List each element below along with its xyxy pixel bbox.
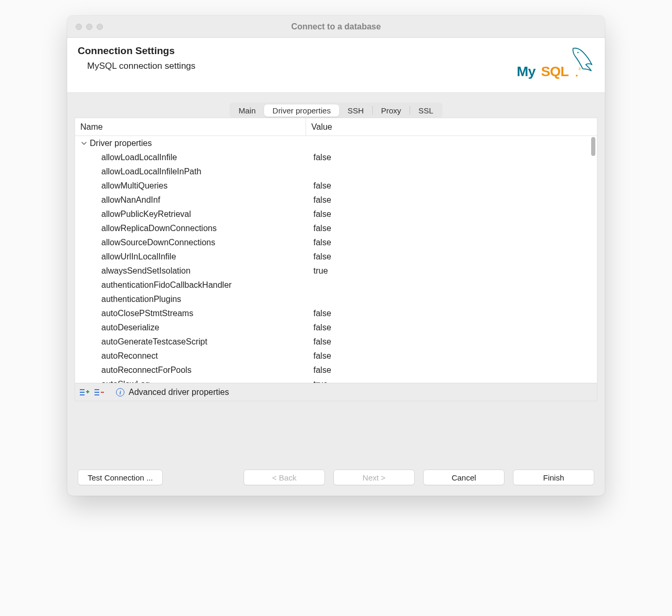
property-name: allowSourceDownConnections bbox=[80, 238, 215, 247]
property-name: autoClosePStmtStreams bbox=[80, 309, 193, 318]
tree-group-label: Driver properties bbox=[90, 139, 152, 148]
table-body[interactable]: Driver properties allowLoadLocalInfilefa… bbox=[75, 136, 597, 383]
property-name: autoGenerateTestcaseScript bbox=[80, 337, 207, 347]
property-name: allowMultiQueries bbox=[80, 181, 167, 191]
property-value[interactable]: false bbox=[306, 309, 597, 318]
column-header-value[interactable]: Value bbox=[306, 118, 597, 135]
property-value[interactable]: true bbox=[306, 266, 597, 276]
header: Connection Settings MySQL connection set… bbox=[67, 38, 605, 93]
property-row[interactable]: authenticationPlugins bbox=[75, 292, 597, 306]
property-name: authenticationFidoCallbackHandler bbox=[80, 280, 232, 290]
property-name: allowLoadLocalInfileInPath bbox=[80, 167, 201, 176]
svg-rect-6 bbox=[80, 392, 85, 393]
property-row[interactable]: allowReplicaDownConnectionsfalse bbox=[75, 221, 597, 235]
window-controls bbox=[67, 24, 103, 30]
property-name: allowPublicKeyRetrieval bbox=[80, 210, 191, 219]
back-button[interactable]: < Back bbox=[244, 469, 325, 485]
finish-button[interactable]: Finish bbox=[513, 469, 594, 485]
svg-text:®: ® bbox=[579, 67, 581, 71]
property-value[interactable]: false bbox=[306, 224, 597, 233]
svg-rect-11 bbox=[94, 392, 99, 393]
property-row[interactable]: allowPublicKeyRetrievalfalse bbox=[75, 207, 597, 221]
property-name: alwaysSendSetIsolation bbox=[80, 266, 191, 276]
page-title: Connection Settings bbox=[78, 45, 195, 57]
property-name: autoReconnectForPools bbox=[80, 366, 192, 375]
property-value[interactable]: false bbox=[306, 153, 597, 162]
property-value[interactable]: false bbox=[306, 323, 597, 332]
minimize-icon[interactable] bbox=[86, 24, 92, 30]
wizard-footer: Test Connection ... < Back Next > Cancel… bbox=[67, 459, 605, 496]
property-name: autoDeserialize bbox=[80, 323, 159, 332]
tab-main[interactable]: Main bbox=[230, 105, 265, 117]
remove-property-button[interactable] bbox=[94, 387, 104, 398]
dialog-window: Connect to a database Connection Setting… bbox=[67, 16, 605, 496]
property-row[interactable]: authenticationFidoCallbackHandler bbox=[75, 278, 597, 292]
test-connection-button[interactable]: Test Connection ... bbox=[78, 469, 163, 485]
info-icon: i bbox=[116, 388, 124, 396]
cancel-button[interactable]: Cancel bbox=[423, 469, 505, 485]
properties-panel: Name Value Driver properties allowLoadLo… bbox=[75, 118, 597, 401]
property-row[interactable]: allowNanAndInffalse bbox=[75, 193, 597, 207]
property-name: allowLoadLocalInfile bbox=[80, 153, 177, 162]
property-row[interactable]: allowLoadLocalInfilefalse bbox=[75, 150, 597, 164]
property-name: allowNanAndInf bbox=[80, 195, 160, 205]
next-button[interactable]: Next > bbox=[333, 469, 415, 485]
property-value[interactable]: true bbox=[306, 380, 597, 383]
svg-point-3 bbox=[576, 75, 578, 76]
tabs: MainDriver propertiesSSHProxySSL bbox=[229, 102, 443, 118]
svg-rect-10 bbox=[94, 389, 99, 390]
svg-rect-5 bbox=[80, 389, 85, 390]
page-subtitle: MySQL connection settings bbox=[78, 61, 195, 71]
property-row[interactable]: allowSourceDownConnectionsfalse bbox=[75, 235, 597, 249]
svg-rect-9 bbox=[87, 390, 88, 393]
property-row[interactable]: autoSlowLogtrue bbox=[75, 377, 597, 383]
column-header-name[interactable]: Name bbox=[75, 118, 306, 135]
scrollbar-thumb[interactable] bbox=[591, 137, 595, 156]
property-name: allowReplicaDownConnections bbox=[80, 224, 217, 233]
tab-driver-properties[interactable]: Driver properties bbox=[264, 105, 339, 117]
property-value[interactable]: false bbox=[306, 210, 597, 219]
svg-text:SQL: SQL bbox=[541, 64, 569, 79]
mysql-logo: My SQL ® bbox=[516, 45, 594, 83]
property-value[interactable]: false bbox=[306, 366, 597, 375]
property-value[interactable]: false bbox=[306, 181, 597, 191]
toolbar-info-text: Advanced driver properties bbox=[129, 388, 229, 397]
svg-rect-12 bbox=[94, 394, 99, 395]
property-value[interactable]: false bbox=[306, 351, 597, 361]
svg-text:My: My bbox=[517, 64, 536, 79]
property-name: allowUrlInLocalInfile bbox=[80, 252, 176, 262]
property-value[interactable]: false bbox=[306, 337, 597, 347]
property-name: autoReconnect bbox=[80, 351, 158, 361]
table-header: Name Value bbox=[75, 118, 597, 136]
property-row[interactable]: allowUrlInLocalInfilefalse bbox=[75, 249, 597, 264]
properties-toolbar: i Advanced driver properties bbox=[75, 383, 597, 401]
property-value[interactable]: false bbox=[306, 238, 597, 247]
property-row[interactable]: alwaysSendSetIsolationtrue bbox=[75, 264, 597, 278]
add-property-button[interactable] bbox=[79, 387, 90, 398]
tab-ssh[interactable]: SSH bbox=[339, 105, 372, 117]
svg-rect-13 bbox=[101, 392, 104, 393]
tabs-row: MainDriver propertiesSSHProxySSL bbox=[75, 102, 597, 118]
dialog-body: MainDriver propertiesSSHProxySSL Name Va… bbox=[67, 93, 605, 401]
tree-group-row[interactable]: Driver properties bbox=[75, 136, 597, 150]
svg-point-0 bbox=[578, 52, 579, 54]
zoom-icon[interactable] bbox=[97, 24, 103, 30]
property-value[interactable]: false bbox=[306, 252, 597, 262]
property-row[interactable]: allowMultiQueriesfalse bbox=[75, 179, 597, 193]
chevron-down-icon[interactable] bbox=[80, 140, 88, 147]
property-row[interactable]: allowLoadLocalInfileInPath bbox=[75, 164, 597, 179]
property-row[interactable]: autoClosePStmtStreamsfalse bbox=[75, 306, 597, 320]
property-row[interactable]: autoReconnectfalse bbox=[75, 349, 597, 363]
property-row[interactable]: autoGenerateTestcaseScriptfalse bbox=[75, 335, 597, 349]
titlebar: Connect to a database bbox=[67, 16, 605, 38]
header-text: Connection Settings MySQL connection set… bbox=[78, 45, 195, 71]
property-row[interactable]: autoDeserializefalse bbox=[75, 320, 597, 335]
property-name: autoSlowLog bbox=[80, 380, 150, 383]
svg-rect-7 bbox=[80, 394, 85, 395]
tab-ssl[interactable]: SSL bbox=[410, 105, 442, 117]
tab-proxy[interactable]: Proxy bbox=[373, 105, 410, 117]
window-title: Connect to a database bbox=[67, 22, 605, 32]
property-row[interactable]: autoReconnectForPoolsfalse bbox=[75, 363, 597, 377]
close-icon[interactable] bbox=[76, 24, 82, 30]
property-value[interactable]: false bbox=[306, 195, 597, 205]
